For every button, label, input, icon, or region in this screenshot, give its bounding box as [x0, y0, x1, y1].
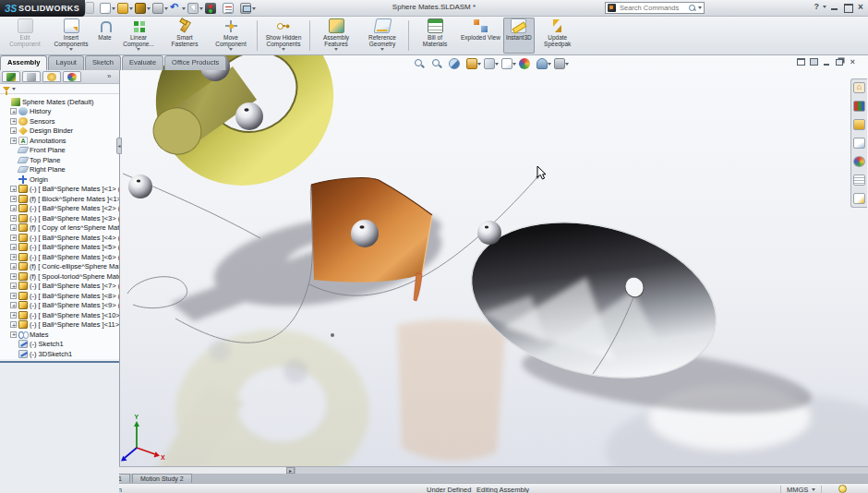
tree-item[interactable]: History	[0, 107, 119, 117]
panel-tab[interactable]	[2, 71, 20, 82]
view-tool[interactable]	[554, 58, 569, 69]
expander-icon[interactable]	[10, 127, 17, 134]
expander-icon[interactable]	[10, 108, 17, 114]
expander-icon[interactable]	[10, 118, 17, 125]
dropdown-arrow-icon[interactable]	[112, 7, 115, 10]
dropdown-arrow-icon[interactable]	[548, 63, 551, 66]
filter-dropdown-icon[interactable]	[12, 88, 16, 90]
quick-access-item[interactable]	[187, 3, 204, 14]
view-tool[interactable]	[519, 58, 534, 69]
file-properties-icon[interactable]	[223, 3, 234, 14]
apply-scene-icon[interactable]	[536, 58, 548, 69]
filter-icon[interactable]	[3, 87, 10, 91]
expander-icon[interactable]	[10, 205, 17, 211]
dropdown-arrow-icon[interactable]	[182, 7, 186, 10]
graphics-area[interactable]: Y X Z	[120, 55, 868, 466]
ribbon-button[interactable]: Smart Fasteners	[162, 18, 208, 54]
dropdown-arrow-icon[interactable]	[495, 63, 499, 66]
view-tool[interactable]	[501, 58, 516, 69]
tree-item[interactable]: Top Plane	[0, 155, 119, 165]
ribbon-button[interactable]	[309, 20, 310, 51]
window-close-icon[interactable]: ×	[849, 58, 857, 66]
command-tab[interactable]: Office Products	[164, 55, 226, 70]
tree-item[interactable]: Mates	[0, 330, 119, 340]
search-commands-box[interactable]	[605, 2, 705, 14]
tree-item[interactable]: Annotations	[0, 136, 119, 146]
expander-icon[interactable]	[10, 234, 17, 241]
new-document-icon[interactable]	[100, 3, 111, 14]
options-icon[interactable]	[240, 3, 251, 14]
ribbon-button[interactable]: Linear Compone...	[115, 18, 162, 54]
expander-icon[interactable]	[10, 331, 17, 338]
search-dropdown-icon[interactable]	[698, 6, 702, 9]
view-tool[interactable]	[536, 58, 551, 69]
horizontal-scrollbar[interactable]: ◂ ▸	[0, 466, 868, 474]
rebuild-icon[interactable]	[205, 3, 216, 14]
tree-item[interactable]: (-) [ Ball^Sphere Mates ]<7> (De	[0, 282, 119, 292]
quick-access-item[interactable]	[205, 3, 222, 14]
tree-item[interactable]: (-) Sketch1	[0, 340, 119, 350]
quick-access-item[interactable]	[135, 3, 151, 14]
quick-access-item[interactable]	[100, 3, 116, 14]
panel-tab[interactable]	[63, 71, 81, 82]
expander-icon[interactable]	[10, 224, 17, 231]
dropdown-arrow-icon[interactable]	[565, 63, 569, 66]
dropdown-arrow-icon[interactable]	[477, 63, 481, 66]
view-tool[interactable]	[484, 58, 499, 69]
expander-icon[interactable]	[10, 215, 17, 222]
units-selector[interactable]: MMGS	[780, 486, 822, 493]
units-dropdown-icon[interactable]	[812, 488, 815, 491]
tree-item[interactable]: (f) [ Block^Sphere Mates ]<1> (D	[0, 194, 119, 204]
tree-item[interactable]: (-) [ Ball^Sphere Mates ]<4> (De	[0, 233, 119, 243]
document-recovery-icon[interactable]	[853, 193, 865, 204]
expander-icon[interactable]	[10, 263, 17, 270]
view-tool[interactable]	[431, 58, 446, 69]
study-tab[interactable]: Motion Study 2	[132, 474, 192, 483]
quick-access-item[interactable]	[117, 3, 134, 14]
sketch-point[interactable]	[331, 333, 334, 337]
tree-item[interactable]: Sphere Mates (Default)	[0, 97, 119, 107]
command-tab[interactable]: Evaluate	[122, 55, 163, 70]
expander-icon[interactable]	[10, 254, 17, 260]
expander-icon[interactable]	[10, 196, 17, 202]
tree-item[interactable]: Design Binder	[0, 126, 119, 137]
dropdown-arrow-icon[interactable]	[334, 48, 338, 51]
help-button[interactable]: ?	[814, 2, 820, 11]
window-maximize-icon[interactable]	[810, 58, 818, 66]
expander-icon[interactable]	[10, 138, 17, 144]
command-tab[interactable]: Sketch	[85, 55, 121, 70]
ribbon-button[interactable]: Insert Components	[48, 18, 94, 54]
open-icon[interactable]	[117, 3, 128, 14]
ribbon-button[interactable]: Instant3D	[503, 18, 535, 54]
display-style-icon[interactable]	[484, 58, 495, 69]
dropdown-arrow-icon[interactable]	[69, 48, 73, 51]
command-tab[interactable]: Assembly	[0, 55, 47, 70]
hide-show-items-icon[interactable]	[501, 58, 512, 69]
dropdown-arrow-icon[interactable]	[252, 7, 256, 10]
zoom-to-area-icon[interactable]	[431, 58, 442, 69]
quick-access-item[interactable]	[240, 3, 257, 14]
select-icon[interactable]	[187, 3, 199, 14]
search-icon[interactable]	[689, 5, 696, 12]
tree-item[interactable]: (-) [ Ball^Sphere Mates ]<10> (D	[0, 310, 119, 320]
tree-item[interactable]: (-) [ Ball^Sphere Mates ]<1> (De	[0, 185, 119, 195]
panel-tabs-overflow-chevron[interactable]: »	[107, 72, 113, 80]
window-minimize-icon[interactable]	[823, 58, 831, 66]
expander-icon[interactable]	[10, 273, 17, 280]
print-icon[interactable]	[152, 3, 163, 14]
panel-tab[interactable]	[42, 71, 61, 82]
dropdown-arrow-icon[interactable]	[380, 48, 384, 51]
quick-access-item[interactable]	[170, 3, 187, 14]
panel-tab[interactable]	[22, 71, 41, 82]
dropdown-arrow-icon[interactable]	[147, 7, 151, 10]
expander-icon[interactable]	[10, 312, 17, 319]
ball-part-on-dish[interactable]	[477, 221, 501, 245]
close-button[interactable]: ×	[856, 3, 865, 11]
quick-tips-icon[interactable]	[838, 485, 847, 493]
tree-item[interactable]: Origin	[0, 174, 119, 185]
undo-icon[interactable]	[170, 3, 181, 14]
ribbon-button[interactable]: Assembly Features	[313, 18, 359, 54]
ribbon-button[interactable]	[257, 20, 258, 51]
tree-item[interactable]: (f) [ Conic-ellipse^Sphere Mates	[0, 262, 119, 272]
expander-icon[interactable]	[10, 283, 17, 289]
